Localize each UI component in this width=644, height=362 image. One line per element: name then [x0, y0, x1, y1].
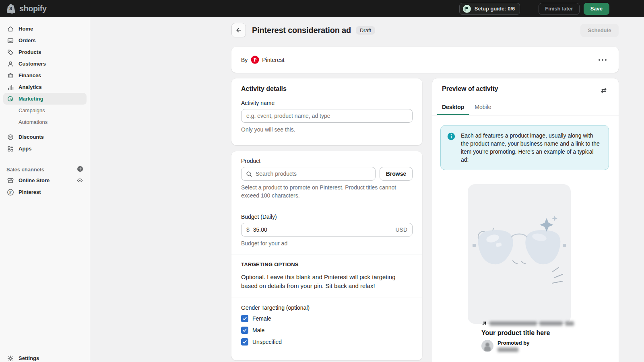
status-badge: Draft — [356, 26, 375, 35]
byline-prefix: By — [241, 57, 248, 63]
sidebar-item-analytics[interactable]: Analytics — [3, 81, 87, 93]
checkbox-checked-icon — [241, 315, 248, 322]
blurred-link-text — [539, 321, 563, 326]
storefront-icon — [6, 177, 14, 185]
back-arrow-icon — [235, 27, 242, 34]
top-bar: S shopify Setup guide: 0/6 Finish later … — [0, 0, 644, 17]
pin-product-title: Your product title here — [481, 329, 606, 337]
gender-targeting-label: Gender Targeting (optional) — [241, 304, 413, 311]
product-search-input[interactable] — [256, 171, 371, 177]
sidebar-item-pinterest[interactable]: P Pinterest — [3, 186, 87, 198]
checkbox-unspecified[interactable]: Unspecified — [241, 338, 413, 346]
shopify-wordmark: shopify — [19, 4, 47, 13]
currency-prefix: $ — [246, 226, 250, 233]
sidebar-item-online-store[interactable]: Online Store — [3, 175, 87, 186]
activity-name-input[interactable] — [246, 113, 407, 119]
shopify-bag-icon: S — [6, 3, 17, 14]
svg-text:S: S — [9, 6, 12, 11]
preview-tabs: Desktop Mobile — [437, 104, 619, 115]
setup-guide-button[interactable]: Setup guide: 0/6 — [459, 3, 520, 15]
sunglasses-illustration — [468, 184, 571, 324]
product-label: Product — [241, 158, 413, 164]
targeting-heading: TARGETING OPTIONS — [241, 261, 413, 267]
setup-guide-label: Setup guide: 0/6 — [475, 6, 515, 12]
home-icon — [6, 25, 14, 33]
sidebar-item-customers[interactable]: Customers — [3, 58, 87, 70]
sidebar-item-orders[interactable]: Orders — [3, 35, 87, 46]
product-help: Select a product to promote on Pinterest… — [241, 183, 413, 200]
sidebar-item-finances[interactable]: Finances — [3, 70, 87, 81]
sidebar-item-settings[interactable]: Settings — [3, 352, 87, 362]
info-icon — [447, 132, 455, 140]
budget-help: Budget for your ad — [241, 239, 413, 247]
checkbox-female[interactable]: Female — [241, 315, 413, 323]
sidebar-item-automations[interactable]: Automations — [3, 116, 87, 128]
sidebar-item-home[interactable]: Home — [3, 23, 87, 35]
products-icon — [6, 48, 14, 56]
svg-text:P: P — [9, 190, 12, 194]
budget-label: Budget (Daily) — [241, 214, 413, 220]
shopify-logo[interactable]: S shopify — [6, 3, 47, 14]
more-actions-icon[interactable] — [596, 57, 609, 63]
product-section: Product Browse Select a product to promo… — [231, 151, 422, 207]
orders-icon — [6, 37, 14, 45]
byline-name: Pinterest — [262, 57, 284, 63]
gear-icon — [6, 354, 14, 362]
targeting-options-section: TARGETING OPTIONS Optional. Leave this b… — [231, 255, 422, 298]
promoted-by-label: Promoted by — [497, 340, 529, 346]
budget-input[interactable] — [253, 226, 392, 233]
blurred-promoter-name — [497, 348, 518, 352]
targeting-description: Optional. Leave this blank and Pinterest… — [241, 273, 413, 290]
swap-preview-icon[interactable] — [599, 85, 609, 97]
arrow-up-right-icon — [481, 321, 487, 326]
browse-button[interactable]: Browse — [380, 167, 413, 181]
add-channel-icon[interactable] — [77, 166, 83, 173]
pinterest-logo-icon: P — [251, 56, 259, 64]
checkbox-checked-icon — [241, 338, 248, 346]
main-area: Pinterest consideration ad Draft Schedul… — [90, 17, 644, 362]
marketing-icon — [6, 95, 14, 103]
gender-targeting-section: Gender Targeting (optional) Female Male … — [231, 298, 422, 353]
flag-icon — [463, 5, 471, 13]
customers-icon — [6, 60, 14, 68]
apps-icon — [6, 145, 14, 153]
budget-section: Budget (Daily) $ USD Budget for your ad — [231, 207, 422, 255]
tab-desktop[interactable]: Desktop — [437, 104, 469, 115]
schedule-button[interactable]: Schedule — [580, 24, 619, 37]
sidebar-item-marketing[interactable]: Marketing — [3, 93, 87, 105]
analytics-icon — [6, 83, 14, 91]
checkbox-male[interactable]: Male — [241, 326, 413, 334]
discounts-icon — [6, 133, 14, 141]
sidebar-item-campaigns[interactable]: Campaigns — [3, 105, 87, 116]
example-pin-image — [468, 184, 571, 324]
ad-form-card: Product Browse Select a product to promo… — [231, 151, 422, 360]
activity-details-card: Activity details Activity name Only you … — [231, 78, 422, 145]
info-banner: Each ad features a product image, usuall… — [440, 125, 609, 170]
save-button[interactable]: Save — [584, 3, 609, 15]
sales-channels-header: Sales channels — [3, 164, 87, 175]
activity-name-help: Only you will see this. — [241, 125, 413, 134]
pinterest-icon: P — [6, 188, 14, 196]
page-header: Pinterest consideration ad Draft Schedul… — [231, 23, 619, 37]
back-button[interactable] — [231, 23, 246, 37]
currency-suffix: USD — [395, 226, 407, 233]
page-title: Pinterest consideration ad — [252, 26, 351, 35]
blurred-link-text — [489, 321, 537, 326]
tab-mobile[interactable]: Mobile — [469, 104, 496, 115]
byline-card: By P Pinterest — [231, 47, 619, 73]
sidebar-item-apps[interactable]: Apps — [3, 143, 87, 154]
info-banner-text: Each ad features a product image, usuall… — [461, 132, 600, 164]
activity-details-heading: Activity details — [241, 85, 413, 93]
view-store-icon[interactable] — [76, 177, 83, 184]
promoter-avatar — [481, 340, 493, 352]
preview-card: Preview of activity Desktop Mobile Each … — [432, 78, 619, 362]
finances-icon — [6, 72, 14, 80]
finish-later-button[interactable]: Finish later — [539, 3, 579, 15]
svg-text:P: P — [254, 57, 257, 63]
sidebar-item-products[interactable]: Products — [3, 46, 87, 58]
blurred-link-text — [565, 321, 574, 326]
sidebar-item-discounts[interactable]: Discounts — [3, 131, 87, 143]
pin-link-row — [481, 320, 606, 327]
search-icon — [246, 171, 252, 177]
preview-heading: Preview of activity — [442, 85, 498, 93]
